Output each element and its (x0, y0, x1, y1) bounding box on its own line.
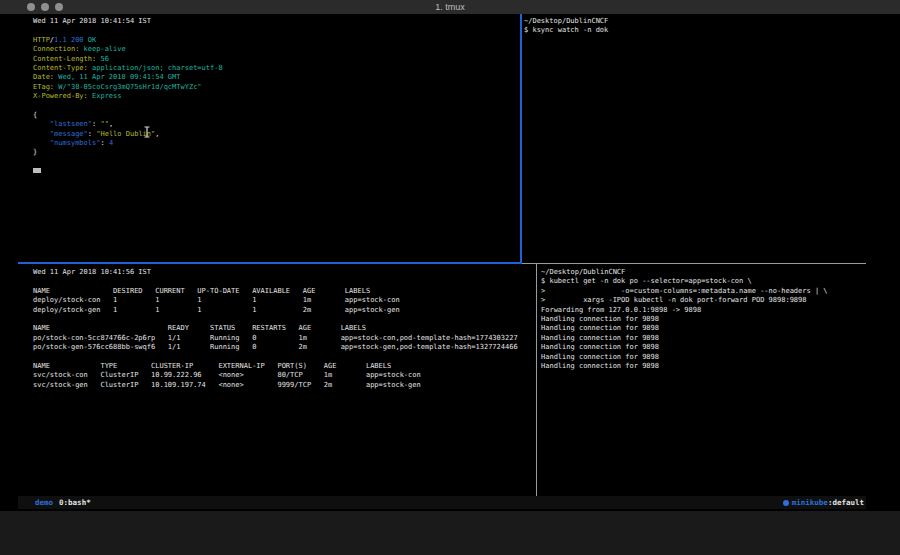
terminal-line: ~/Desktop/DublinCNCF (541, 268, 864, 277)
terminal-line (33, 277, 533, 286)
pane-port-forward[interactable]: ~/Desktop/DublinCNCF$ kubectl get -n dok… (541, 268, 864, 493)
terminal-line: deploy/stock-gen 1 1 1 1 2m app=stock-ge… (33, 306, 533, 315)
terminal-line: $ ksync watch -n dok (524, 26, 864, 35)
pane-divider-horizontal[interactable] (522, 263, 866, 264)
terminal-line: po/stock-gen-576cc688bb-swqf6 1/1 Runnin… (33, 343, 533, 352)
status-left: demo0:bash* (35, 496, 91, 509)
terminal-line: $ kubectl get -n dok po --selector=app=s… (541, 277, 864, 286)
pane-divider-top-vertical[interactable] (520, 14, 522, 262)
letterbox-strip (0, 511, 900, 555)
terminal-line: NAME READY STATUS RESTARTS AGE LABELS (33, 324, 533, 333)
terminal-line: Handling connection for 9898 (541, 324, 864, 333)
kube-context-name: minikube (792, 498, 828, 507)
terminal-line: "numsymbols": 4 (33, 139, 513, 148)
terminal-line: Handling connection for 9898 (541, 353, 864, 362)
pane-divider-bottom-vertical[interactable] (536, 264, 537, 496)
terminal-line (33, 353, 533, 362)
terminal-line: > -o=custom-columns=:metadata.name --no-… (541, 287, 864, 296)
terminal-line: Wed 11 Apr 2018 10:41:54 IST (33, 17, 513, 26)
terminal-line: "lastseen": "", (33, 120, 513, 129)
terminal-line: Connection: keep-alive (33, 45, 513, 54)
terminal-line: NAME TYPE CLUSTER-IP EXTERNAL-IP PORT(S)… (33, 362, 533, 371)
kube-namespace: :default (828, 498, 864, 507)
terminal-line: ~/Desktop/DublinCNCF (524, 17, 864, 26)
terminal-line (33, 315, 533, 324)
window-tab-bash[interactable]: 0:bash* (59, 498, 91, 507)
terminal-line (33, 26, 513, 35)
terminal-line: Wed 11 Apr 2018 10:41:56 IST (33, 268, 533, 277)
terminal-line (33, 102, 513, 111)
terminal-line: Content-Type: application/json; charset=… (33, 64, 513, 73)
terminal-line: > xargs -IPOD kubectl -n dok port-forwar… (541, 296, 864, 305)
kubernetes-icon (783, 500, 789, 506)
terminal-line: ETag: W/"38-05coCsrg3mQ75sHr1d/qcMTwYZc" (33, 83, 513, 92)
terminal-line: Handling connection for 9898 (541, 315, 864, 324)
screen: 1. tmux Wed 11 Apr 2018 10:41:54 IST HTT… (0, 0, 900, 555)
terminal-line: NAME DESIRED CURRENT UP-TO-DATE AVAILABL… (33, 287, 533, 296)
terminal-line: { (33, 111, 513, 120)
terminal-line: X-Powered-By: Express (33, 92, 513, 101)
pane-ksync-watch[interactable]: ~/Desktop/DublinCNCF$ ksync watch -n dok (524, 17, 864, 257)
titlebar: 1. tmux (0, 0, 900, 14)
window-title: 1. tmux (0, 0, 900, 14)
pane-divider-horizontal-active[interactable] (18, 262, 522, 264)
terminal-line: svc/stock-con ClusterIP 10.99.222.96 <no… (33, 371, 533, 380)
terminal-line: Handling connection for 9898 (541, 362, 864, 371)
terminal-line: Handling connection for 9898 (541, 343, 864, 352)
kube-context-status: minikube:default (783, 496, 864, 509)
terminal-line: HTTP/1.1 200 OK (33, 36, 513, 45)
terminal-line: Date: Wed, 11 Apr 2018 09:41:54 GMT (33, 73, 513, 82)
terminal-line: Forwarding from 127.0.0.1:9898 -> 9898 (541, 306, 864, 315)
terminal-line: "message": "Hello Dublin", (33, 130, 513, 139)
tmux-status-bar (18, 496, 866, 509)
terminal-cursor (33, 168, 41, 173)
terminal-line: Handling connection for 9898 (541, 334, 864, 343)
session-name: demo (35, 498, 53, 507)
pane-http-response[interactable]: Wed 11 Apr 2018 10:41:54 IST HTTP/1.1 20… (33, 17, 513, 257)
terminal-line: Content-Length: 56 (33, 55, 513, 64)
pane-kubectl-resources[interactable]: Wed 11 Apr 2018 10:41:56 IST NAME DESIRE… (33, 268, 533, 493)
terminal-line: svc/stock-gen ClusterIP 10.109.197.74 <n… (33, 381, 533, 390)
terminal-line: po/stock-con-5cc874766c-2p6rp 1/1 Runnin… (33, 334, 533, 343)
text-cursor-pointer (143, 126, 151, 138)
terminal-line: deploy/stock-con 1 1 1 1 1m app=stock-co… (33, 296, 533, 305)
terminal-line: } (33, 148, 513, 157)
